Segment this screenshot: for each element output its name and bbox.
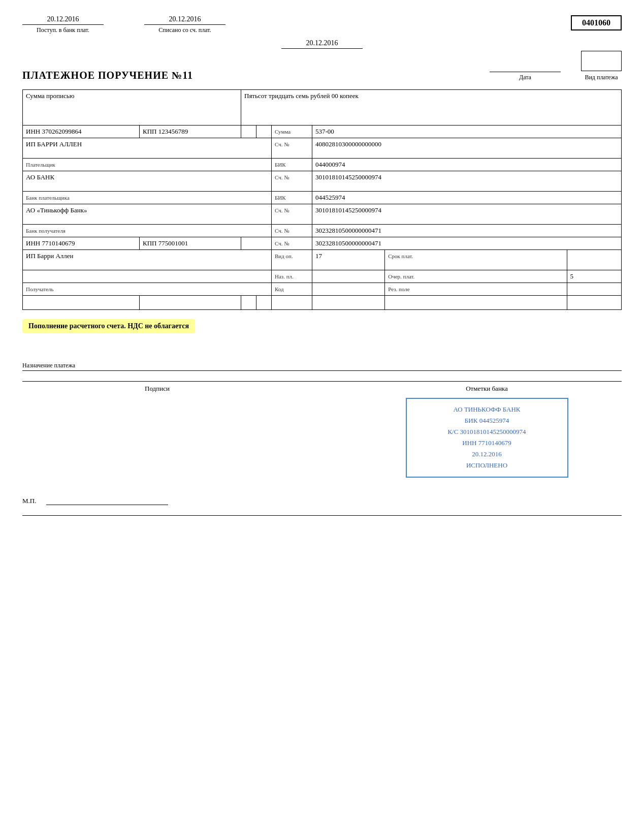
naz-pl-label: Наз. пл.: [275, 273, 294, 279]
bank-stamp-line1: АО ТИНЬКОФФ БАНК: [417, 404, 557, 415]
bank-stamp-line3: К/С 30101810145250000974: [417, 426, 557, 437]
recip-bank-name: АО «Тинькофф Банк»: [26, 206, 87, 214]
bank-poluchatelya-row: Банк получателя Сч. № 302328105000000004…: [23, 225, 622, 237]
title-row: ПЛАТЕЖНОЕ ПОРУЧЕНИЕ №11 Дата Вид платежа: [22, 51, 622, 81]
srok-plat-label-cell: Срок плат.: [385, 250, 567, 270]
podpisi-label: Подписи: [22, 385, 292, 393]
date2: 20.12.2016: [144, 15, 226, 25]
date-col-2: 20.12.2016 Списано со сч. плат.: [144, 15, 226, 34]
summa-val-cell: 537-00: [312, 126, 622, 138]
payer-name-row: ИП БАРРИ АЛЛЕН Сч. № 4080281030000000000…: [23, 138, 622, 159]
doc-title: ПЛАТЕЖНОЕ ПОРУЧЕНИЕ №11: [22, 70, 193, 81]
sch-val-recip-bank-cell: 30101810145250000974: [312, 204, 622, 225]
bik-val-recip-bank-cell: 044525974: [312, 192, 622, 204]
kod-label-cell: Код: [272, 283, 312, 296]
center-date-col: 20.12.2016: [281, 39, 363, 50]
rez-pole-label-cell: Рез. поле: [385, 283, 567, 296]
summa-propis-row: Сумма прописью Пятьсот тридцать семь руб…: [23, 90, 622, 126]
otmetki-label: Отметки банка: [352, 385, 622, 393]
bik-label-recip-bank: БИК: [275, 195, 286, 201]
summa-label-right-cell: Сумма: [272, 126, 312, 138]
sch-label-recip-cell: Сч. №: [272, 225, 312, 237]
bank-stamp-line4: ИНН 7710140679: [417, 437, 557, 449]
poluchatel-row: Получатель Код Рез. поле: [23, 283, 622, 296]
recip-name-cell: ИП Барри Аллен: [23, 250, 272, 270]
sch-label: Сч. №: [275, 141, 289, 147]
sch-label-recip-bank: Сч. №: [275, 207, 289, 213]
recip-kpp: КПП 775001001: [143, 239, 188, 247]
recip-bank-name-cell: АО «Тинькофф Банк»: [23, 204, 272, 225]
kod-val-cell: [312, 283, 385, 296]
vid-op-val-cell: 17: [312, 250, 385, 270]
bik-label-payer: БИК: [275, 162, 286, 168]
center-date-row: 20.12.2016: [22, 39, 622, 50]
payer-bank-name-cell: АО БАНК: [23, 171, 272, 192]
bank-poluchatelya-cell: Банк получателя: [23, 225, 272, 237]
sch-val-payer-bank-cell: 30101810145250000974: [312, 171, 622, 192]
platelshhik-row: Плательщик БИК 044000974: [23, 159, 622, 171]
date-col-1: 20.12.2016 Поступ. в банк плат.: [22, 15, 104, 34]
naz-pl-row: Наз. пл. Очер. плат. 5: [23, 270, 622, 283]
footer-section: Подписи Отметки банка АО ТИНЬКОФФ БАНК Б…: [22, 381, 622, 516]
recip-inn-kpp-row: ИНН 7710140679 КПП 775001001 Сч. № 30232…: [23, 237, 622, 250]
nazn-section: Назначение платежа: [22, 362, 622, 371]
signatures-row: Подписи Отметки банка АО ТИНЬКОФФ БАНК Б…: [22, 381, 622, 478]
be-cell6: [312, 296, 385, 310]
sch-label-recip2-cell: Сч. №: [272, 237, 312, 250]
poluchatel-label: Получатель: [26, 286, 54, 292]
poluchatel-label-cell: Получатель: [23, 283, 272, 296]
naz-pl-val-cell: [312, 270, 385, 283]
date1: 20.12.2016: [22, 15, 104, 25]
ocher-plat-label: Очер. плат.: [388, 273, 414, 279]
naz-pl-label-cell: Наз. пл.: [272, 270, 312, 283]
payer-kpp-cell: КПП 123456789: [140, 126, 241, 138]
summa-val: 537-00: [315, 128, 334, 135]
sch-val-recip2-cell: 30232810500000000471: [312, 237, 622, 250]
naz-pl-left-cell: [23, 270, 272, 283]
summa-text-cell: Пятьсот тридцать семь рублей 00 копеек: [241, 90, 622, 126]
payer-inn: ИНН 370262099864: [26, 128, 81, 135]
header-dates: 20.12.2016 Поступ. в банк плат. 20.12.20…: [22, 15, 226, 34]
recip-bank-name-row: АО «Тинькофф Банк» Сч. № 301018101452500…: [23, 204, 622, 225]
sch-label-cell: Сч. №: [272, 138, 312, 159]
highlight-section: Пополнение расчетного счета. НДС не обла…: [22, 315, 622, 337]
center-date: 20.12.2016: [281, 39, 363, 49]
payer-inn-cell: ИНН 370262099864: [23, 126, 140, 138]
sch-label-recip-bank-cell: Сч. №: [272, 204, 312, 225]
bik-val-cell-payer: 044000974: [312, 159, 622, 171]
be-cell5: [272, 296, 312, 310]
sch-val-recip: 30232810500000000471: [315, 227, 381, 234]
document-container: 20.12.2016 Поступ. в банк плат. 20.12.20…: [22, 15, 622, 516]
bottom-empty-row: [23, 296, 622, 310]
bank-stamp-line6: ИСПОЛНЕНО: [417, 460, 557, 471]
recip-name: ИП Барри Аллен: [26, 252, 74, 260]
platelshhik-label-cell: Плательщик: [23, 159, 272, 171]
kod-label: Код: [275, 286, 284, 292]
bank-poluchatelya-label: Банк получателя: [26, 228, 66, 234]
mp-label: М.П.: [22, 497, 36, 505]
date-field-label: Дата: [519, 74, 531, 81]
bank-stamp-box: АО ТИНЬКОФФ БАНК БИК 044525974 К/С 30101…: [406, 398, 568, 478]
bik-val-payer: 044000974: [315, 161, 345, 168]
vid-platezha-label: Вид платежа: [585, 74, 618, 81]
be-cell7: [385, 296, 567, 310]
date2-label: Списано со сч. плат.: [158, 26, 211, 34]
bank-platelshhika-row: Банк плательщика БИК 044525974: [23, 192, 622, 204]
sch-label-recip: Сч. №: [275, 228, 289, 234]
ocher-plat-label-cell: Очер. плат.: [385, 270, 567, 283]
summa-label-cell: Сумма прописью: [23, 90, 241, 126]
vid-op-label: Вид оп.: [275, 253, 293, 259]
bank-platelshhika-label: Банк плательщика: [26, 195, 70, 201]
bik-label-cell-payer: БИК: [272, 159, 312, 171]
date-field-val: [490, 62, 561, 72]
recip-inn: ИНН 7710140679: [26, 239, 75, 247]
spacer-div: [22, 342, 622, 358]
be-cell2: [140, 296, 241, 310]
bottom-line: [22, 515, 622, 516]
vid-platezha-field: Вид платежа: [581, 51, 622, 81]
recip-kpp-cell: КПП 775001001: [140, 237, 241, 250]
payer-bank-row: АО БАНК Сч. № 30101810145250000974: [23, 171, 622, 192]
be-cell8: [567, 296, 621, 310]
spacer-recip: [241, 237, 272, 250]
bik-label-recip-bank-cell: БИК: [272, 192, 312, 204]
